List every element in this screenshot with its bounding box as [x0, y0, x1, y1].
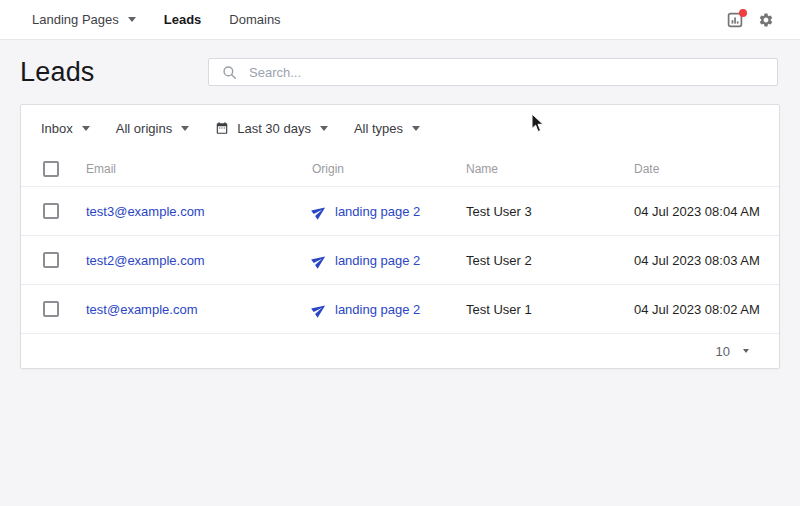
nav-item-label: Leads — [164, 12, 202, 27]
lead-date: 04 Jul 2023 08:03 AM — [634, 253, 779, 268]
settings-button[interactable] — [758, 12, 774, 28]
nav-item-label: Landing Pages — [32, 12, 119, 27]
chevron-down-icon — [181, 126, 189, 131]
lead-origin-link[interactable]: landing page 2 — [335, 302, 420, 317]
page-header: Leads — [0, 40, 800, 104]
lead-date: 04 Jul 2023 08:04 AM — [634, 204, 779, 219]
page-title: Leads — [20, 57, 95, 88]
filter-date-range-dropdown[interactable]: Last 30 days — [215, 121, 328, 136]
chevron-down-icon — [320, 126, 328, 131]
chevron-down-icon — [82, 126, 90, 131]
search-box — [208, 58, 778, 86]
filter-label: All origins — [116, 121, 172, 136]
filter-origin-dropdown[interactable]: All origins — [116, 121, 189, 136]
lead-email-link[interactable]: test@example.com — [86, 302, 197, 317]
analytics-icon[interactable] — [727, 12, 743, 28]
paper-plane-icon — [309, 250, 330, 271]
nav-item-domains[interactable]: Domains — [229, 12, 280, 27]
filter-label: Last 30 days — [237, 121, 311, 136]
gear-icon — [758, 12, 774, 28]
leads-card: Inbox All origins Last 30 days All types… — [20, 104, 780, 369]
paper-plane-icon — [309, 299, 330, 320]
column-header-date: Date — [634, 162, 779, 176]
page-size-value: 10 — [716, 344, 730, 359]
column-header-name: Name — [466, 162, 634, 176]
nav-item-leads[interactable]: Leads — [164, 12, 202, 27]
filter-type-dropdown[interactable]: All types — [354, 121, 420, 136]
calendar-icon — [215, 121, 229, 135]
paper-plane-icon — [309, 201, 330, 222]
chevron-down-icon — [128, 17, 136, 22]
row-checkbox[interactable] — [43, 203, 59, 219]
table-footer: 10 — [21, 334, 779, 368]
lead-date: 04 Jul 2023 08:02 AM — [634, 302, 779, 317]
filter-bar: Inbox All origins Last 30 days All types — [21, 105, 779, 151]
search-input[interactable] — [249, 65, 767, 80]
table-row: test@example.com landing page 2 Test Use… — [21, 285, 779, 334]
lead-email-link[interactable]: test3@example.com — [86, 204, 205, 219]
notification-badge — [739, 9, 747, 17]
row-checkbox[interactable] — [43, 252, 59, 268]
table-row: test3@example.com landing page 2 Test Us… — [21, 187, 779, 236]
nav-item-landing-pages[interactable]: Landing Pages — [32, 12, 136, 27]
main-nav: Landing Pages Leads Domains — [32, 12, 281, 27]
top-nav-bar: Landing Pages Leads Domains — [0, 0, 800, 40]
column-header-email: Email — [86, 162, 312, 176]
filter-label: All types — [354, 121, 403, 136]
lead-origin-link[interactable]: landing page 2 — [335, 253, 420, 268]
lead-name: Test User 2 — [466, 253, 634, 268]
lead-name: Test User 3 — [466, 204, 634, 219]
select-all-checkbox[interactable] — [43, 161, 59, 177]
chevron-down-icon — [412, 126, 420, 131]
table-header-row: Email Origin Name Date — [21, 151, 779, 187]
filter-folder-dropdown[interactable]: Inbox — [41, 121, 90, 136]
search-icon — [222, 65, 237, 80]
nav-item-label: Domains — [229, 12, 280, 27]
table-row: test2@example.com landing page 2 Test Us… — [21, 236, 779, 285]
topbar-icons — [727, 12, 774, 28]
lead-name: Test User 1 — [466, 302, 634, 317]
page-size-dropdown[interactable] — [743, 349, 749, 353]
column-header-origin: Origin — [312, 162, 466, 176]
filter-label: Inbox — [41, 121, 73, 136]
row-checkbox[interactable] — [43, 301, 59, 317]
lead-origin-link[interactable]: landing page 2 — [335, 204, 420, 219]
lead-email-link[interactable]: test2@example.com — [86, 253, 205, 268]
